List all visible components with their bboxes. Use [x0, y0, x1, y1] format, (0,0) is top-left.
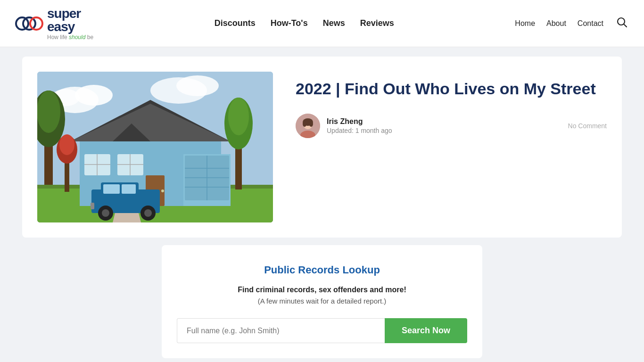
search-button[interactable] — [615, 15, 629, 32]
logo-easy: easy — [47, 19, 74, 34]
svg-rect-47 — [65, 159, 69, 192]
logo-tagline-highlight: should — [69, 34, 85, 41]
nav-news[interactable]: News — [323, 18, 345, 28]
author-row: Iris Zheng Updated: 1 month ago No Comme… — [296, 114, 607, 138]
logo-text: super easy How life should be — [47, 7, 93, 40]
svg-point-45 — [144, 209, 152, 217]
svg-point-55 — [309, 121, 313, 127]
lookup-input[interactable] — [177, 318, 385, 343]
logo-icon — [15, 9, 43, 38]
author-details: Iris Zheng Updated: 1 month ago — [327, 117, 392, 134]
svg-point-43 — [102, 209, 109, 217]
author-info: Iris Zheng Updated: 1 month ago — [296, 114, 392, 138]
no-comment: No Comment — [568, 122, 607, 130]
lookup-form: Search Now — [177, 318, 467, 343]
nav-about[interactable]: About — [546, 19, 566, 28]
nav-howtos[interactable]: How-To's — [271, 18, 308, 28]
nav-contact[interactable]: Contact — [578, 19, 603, 28]
logo-super: super — [47, 7, 81, 20]
page-content: 2022 | Find Out Who Lives on My Street — [11, 57, 633, 358]
nav-home[interactable]: Home — [515, 19, 535, 28]
author-name: Iris Zheng — [327, 117, 392, 126]
article-image — [37, 72, 273, 222]
svg-rect-46 — [91, 203, 94, 209]
main-nav: Discounts How-To's News Reviews — [215, 18, 394, 28]
house-illustration — [37, 72, 273, 222]
author-avatar — [296, 114, 320, 138]
svg-line-4 — [624, 24, 627, 27]
search-now-button[interactable]: Search Now — [385, 318, 467, 343]
svg-point-54 — [303, 121, 306, 127]
lookup-widget: Public Records Lookup Find criminal reco… — [162, 245, 482, 358]
lookup-title: Public Records Lookup — [177, 264, 467, 276]
svg-rect-41 — [122, 184, 136, 194]
author-updated: Updated: 1 month ago — [327, 127, 392, 134]
logo-tagline: How life should be — [47, 34, 93, 40]
svg-point-7 — [75, 85, 113, 106]
svg-point-37 — [228, 98, 249, 135]
article-card: 2022 | Find Out Who Lives on My Street — [22, 57, 622, 238]
logo[interactable]: super easy How life should be — [15, 7, 93, 40]
svg-point-34 — [161, 189, 164, 192]
svg-point-10 — [176, 75, 219, 96]
nav-discounts[interactable]: Discounts — [215, 18, 256, 28]
article-info: 2022 | Find Out Who Lives on My Street — [296, 72, 607, 138]
site-header: super easy How life should be Discounts … — [0, 0, 644, 47]
lookup-desc: Find criminal records, sex offenders and… — [177, 286, 467, 294]
svg-rect-40 — [103, 184, 120, 194]
svg-point-13 — [37, 90, 60, 133]
svg-point-49 — [59, 134, 74, 155]
lookup-sub: (A few minutes wait for a detailed repor… — [177, 297, 467, 305]
search-icon — [617, 17, 627, 27]
article-title: 2022 | Find Out Who Lives on My Street — [296, 79, 607, 99]
right-nav: Home About Contact — [515, 15, 629, 32]
nav-reviews[interactable]: Reviews — [360, 18, 394, 28]
